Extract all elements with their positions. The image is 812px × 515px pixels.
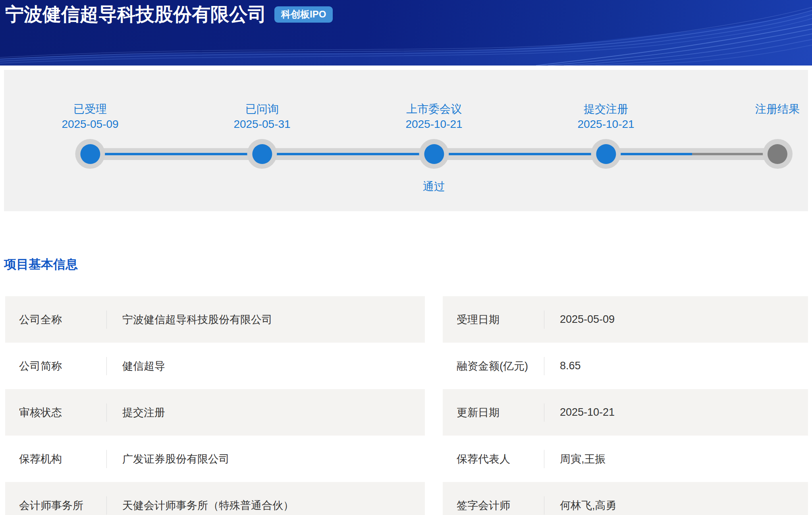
ipo-board-badge: 科创板IPO — [274, 6, 333, 23]
label-value-divider — [544, 403, 544, 422]
label-value-divider — [544, 357, 544, 375]
stage-label: 注册结果 — [755, 102, 800, 117]
timeline-stage: 上市委会议 2025-10-21 通过 — [405, 102, 462, 194]
info-label: 公司简称 — [19, 359, 106, 373]
stage-label: 已问询 — [245, 102, 279, 117]
label-value-divider — [106, 357, 107, 375]
info-row: 受理日期 2025-05-09 — [443, 296, 808, 343]
timeline-stage: 注册结果 — [755, 102, 800, 191]
info-value: 广发证券股份有限公司 — [122, 452, 230, 466]
stage-label: 上市委会议 — [406, 102, 462, 117]
timeline-stage: 已问询 2025-05-31 — [233, 102, 290, 191]
info-label: 更新日期 — [457, 405, 544, 420]
info-table-right: 受理日期 2025-05-09 融资金额(亿元) 8.65 更新日期 2025-… — [443, 296, 808, 515]
timeline-node-ring — [591, 139, 621, 169]
info-row: 公司全称 宁波健信超导科技股份有限公司 — [5, 296, 425, 343]
stage-pass-note: 通过 — [423, 179, 445, 194]
timeline-node-ring — [75, 139, 105, 169]
info-table-left: 公司全称 宁波健信超导科技股份有限公司 公司简称 健信超导 审核状态 提交注册 … — [5, 296, 425, 515]
info-label: 签字会计师 — [457, 498, 544, 513]
label-value-divider — [106, 311, 107, 329]
info-label: 保荐机构 — [19, 452, 106, 466]
timeline-stage: 提交注册 2025-10-21 — [577, 102, 634, 191]
info-label: 审核状态 — [19, 405, 106, 420]
label-value-divider — [544, 450, 544, 468]
timeline-node-dot — [424, 144, 444, 164]
timeline-node-dot — [80, 144, 100, 164]
info-label: 受理日期 — [457, 312, 544, 327]
stage-date: 2025-05-09 — [62, 117, 118, 132]
info-value: 提交注册 — [122, 405, 165, 420]
stage-date: 2025-10-21 — [577, 117, 634, 132]
info-row: 审核状态 提交注册 — [5, 389, 425, 436]
info-value: 宁波健信超导科技股份有限公司 — [122, 312, 272, 327]
info-row: 保荐代表人 周寅,王振 — [443, 436, 808, 482]
info-row: 融资金额(亿元) 8.65 — [443, 343, 808, 389]
timeline-node-dot — [768, 144, 787, 164]
info-value: 8.65 — [560, 360, 581, 372]
info-value: 健信超导 — [122, 359, 165, 373]
info-value: 何林飞,高勇 — [560, 498, 617, 513]
info-value: 2025-05-09 — [560, 313, 615, 326]
company-title: 宁波健信超导科技股份有限公司 — [5, 4, 266, 25]
info-value: 周寅,王振 — [560, 452, 606, 466]
label-value-divider — [544, 311, 544, 329]
label-value-divider — [544, 496, 544, 515]
label-value-divider — [106, 450, 107, 468]
info-label: 融资金额(亿元) — [457, 359, 544, 373]
info-label: 保荐代表人 — [457, 452, 544, 466]
project-basic-info: 公司全称 宁波健信超导科技股份有限公司 公司简称 健信超导 审核状态 提交注册 … — [5, 296, 808, 515]
timeline-node-ring — [419, 139, 449, 169]
section-title: 项目基本信息 — [4, 256, 812, 273]
timeline-stage: 已受理 2025-05-09 — [62, 102, 118, 191]
stage-date: 2025-10-21 — [405, 117, 462, 132]
info-row: 公司简称 健信超导 — [5, 343, 425, 389]
info-row: 保荐机构 广发证券股份有限公司 — [5, 436, 425, 482]
timeline-node-dot — [596, 144, 616, 164]
stage-date: 2025-05-31 — [233, 117, 290, 132]
info-value: 2025-10-21 — [560, 406, 615, 419]
timeline-node-ring — [247, 139, 277, 169]
info-row: 签字会计师 何林飞,高勇 — [443, 482, 808, 515]
timeline-node-ring — [763, 139, 793, 169]
info-row: 更新日期 2025-10-21 — [443, 389, 808, 436]
label-value-divider — [106, 403, 107, 422]
ipo-progress-timeline: 已受理 2025-05-09 已问询 2025-05-31 上市委会议 2025… — [4, 70, 808, 211]
page-header: 宁波健信超导科技股份有限公司 科创板IPO — [0, 0, 812, 66]
info-label: 会计师事务所 — [19, 498, 106, 513]
label-value-divider — [106, 496, 107, 515]
timeline-node-dot — [252, 144, 272, 164]
stage-label: 提交注册 — [584, 102, 628, 117]
info-value: 天健会计师事务所（特殊普通合伙） — [122, 498, 294, 513]
info-row: 会计师事务所 天健会计师事务所（特殊普通合伙） — [5, 482, 425, 515]
info-label: 公司全称 — [19, 312, 106, 327]
stage-label: 已受理 — [73, 102, 107, 117]
